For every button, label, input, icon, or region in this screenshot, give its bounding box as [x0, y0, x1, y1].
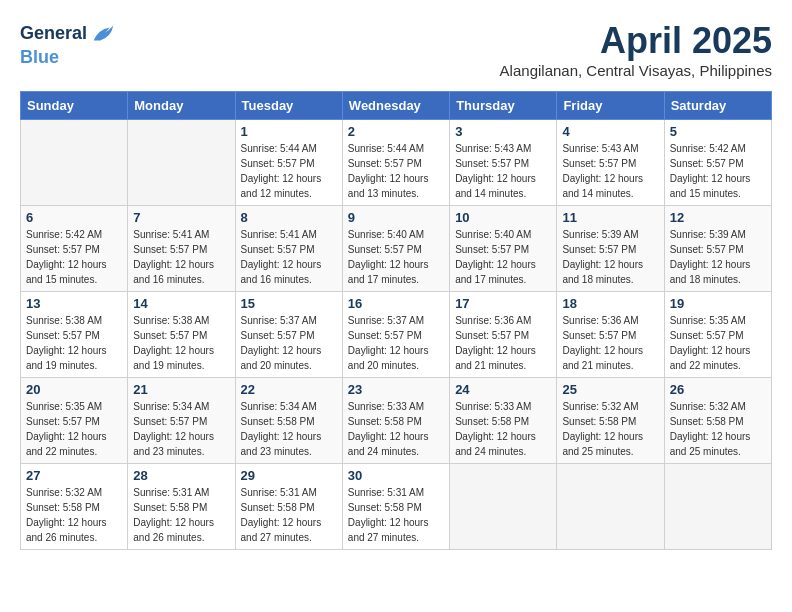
calendar-cell: 12 Sunrise: 5:39 AM Sunset: 5:57 PM Dayl… — [664, 206, 771, 292]
sunset-text: Sunset: 5:58 PM — [562, 416, 636, 427]
calendar-cell: 14 Sunrise: 5:38 AM Sunset: 5:57 PM Dayl… — [128, 292, 235, 378]
sunrise-text: Sunrise: 5:42 AM — [26, 229, 102, 240]
sunset-text: Sunset: 5:58 PM — [241, 416, 315, 427]
sun-info: Sunrise: 5:31 AM Sunset: 5:58 PM Dayligh… — [348, 485, 444, 545]
calendar-cell: 15 Sunrise: 5:37 AM Sunset: 5:57 PM Dayl… — [235, 292, 342, 378]
sun-info: Sunrise: 5:36 AM Sunset: 5:57 PM Dayligh… — [455, 313, 551, 373]
calendar-cell: 4 Sunrise: 5:43 AM Sunset: 5:57 PM Dayli… — [557, 120, 664, 206]
weekday-header-thursday: Thursday — [450, 92, 557, 120]
sun-info: Sunrise: 5:35 AM Sunset: 5:57 PM Dayligh… — [670, 313, 766, 373]
daylight-text: Daylight: 12 hours and 14 minutes. — [455, 173, 536, 199]
calendar-cell: 11 Sunrise: 5:39 AM Sunset: 5:57 PM Dayl… — [557, 206, 664, 292]
daylight-text: Daylight: 12 hours and 19 minutes. — [133, 345, 214, 371]
calendar-cell: 5 Sunrise: 5:42 AM Sunset: 5:57 PM Dayli… — [664, 120, 771, 206]
daylight-text: Daylight: 12 hours and 23 minutes. — [133, 431, 214, 457]
sunrise-text: Sunrise: 5:37 AM — [241, 315, 317, 326]
calendar-cell — [450, 464, 557, 550]
day-number: 26 — [670, 382, 766, 397]
day-number: 23 — [348, 382, 444, 397]
daylight-text: Daylight: 12 hours and 25 minutes. — [562, 431, 643, 457]
daylight-text: Daylight: 12 hours and 25 minutes. — [670, 431, 751, 457]
day-number: 13 — [26, 296, 122, 311]
weekday-header-row: SundayMondayTuesdayWednesdayThursdayFrid… — [21, 92, 772, 120]
calendar-cell: 30 Sunrise: 5:31 AM Sunset: 5:58 PM Dayl… — [342, 464, 449, 550]
sunrise-text: Sunrise: 5:36 AM — [455, 315, 531, 326]
sun-info: Sunrise: 5:35 AM Sunset: 5:57 PM Dayligh… — [26, 399, 122, 459]
daylight-text: Daylight: 12 hours and 24 minutes. — [455, 431, 536, 457]
day-number: 25 — [562, 382, 658, 397]
calendar-cell: 17 Sunrise: 5:36 AM Sunset: 5:57 PM Dayl… — [450, 292, 557, 378]
sunset-text: Sunset: 5:57 PM — [241, 330, 315, 341]
day-number: 1 — [241, 124, 337, 139]
day-number: 29 — [241, 468, 337, 483]
sunrise-text: Sunrise: 5:33 AM — [348, 401, 424, 412]
sunset-text: Sunset: 5:57 PM — [26, 330, 100, 341]
daylight-text: Daylight: 12 hours and 20 minutes. — [348, 345, 429, 371]
sunset-text: Sunset: 5:57 PM — [562, 158, 636, 169]
calendar-cell: 9 Sunrise: 5:40 AM Sunset: 5:57 PM Dayli… — [342, 206, 449, 292]
daylight-text: Daylight: 12 hours and 26 minutes. — [133, 517, 214, 543]
daylight-text: Daylight: 12 hours and 15 minutes. — [26, 259, 107, 285]
sunrise-text: Sunrise: 5:43 AM — [562, 143, 638, 154]
daylight-text: Daylight: 12 hours and 16 minutes. — [241, 259, 322, 285]
calendar-cell: 25 Sunrise: 5:32 AM Sunset: 5:58 PM Dayl… — [557, 378, 664, 464]
sun-info: Sunrise: 5:40 AM Sunset: 5:57 PM Dayligh… — [455, 227, 551, 287]
daylight-text: Daylight: 12 hours and 14 minutes. — [562, 173, 643, 199]
day-number: 6 — [26, 210, 122, 225]
day-number: 15 — [241, 296, 337, 311]
daylight-text: Daylight: 12 hours and 12 minutes. — [241, 173, 322, 199]
calendar-cell: 16 Sunrise: 5:37 AM Sunset: 5:57 PM Dayl… — [342, 292, 449, 378]
calendar-week-row: 20 Sunrise: 5:35 AM Sunset: 5:57 PM Dayl… — [21, 378, 772, 464]
sunrise-text: Sunrise: 5:32 AM — [562, 401, 638, 412]
calendar-table: SundayMondayTuesdayWednesdayThursdayFrid… — [20, 91, 772, 550]
sun-info: Sunrise: 5:34 AM Sunset: 5:57 PM Dayligh… — [133, 399, 229, 459]
daylight-text: Daylight: 12 hours and 13 minutes. — [348, 173, 429, 199]
sunrise-text: Sunrise: 5:44 AM — [241, 143, 317, 154]
calendar-cell: 3 Sunrise: 5:43 AM Sunset: 5:57 PM Dayli… — [450, 120, 557, 206]
sunset-text: Sunset: 5:58 PM — [670, 416, 744, 427]
day-number: 22 — [241, 382, 337, 397]
day-number: 19 — [670, 296, 766, 311]
calendar-cell: 13 Sunrise: 5:38 AM Sunset: 5:57 PM Dayl… — [21, 292, 128, 378]
sunset-text: Sunset: 5:57 PM — [133, 244, 207, 255]
sunrise-text: Sunrise: 5:41 AM — [133, 229, 209, 240]
logo-text: General Blue — [20, 20, 117, 68]
calendar-cell: 7 Sunrise: 5:41 AM Sunset: 5:57 PM Dayli… — [128, 206, 235, 292]
calendar-cell: 27 Sunrise: 5:32 AM Sunset: 5:58 PM Dayl… — [21, 464, 128, 550]
sunrise-text: Sunrise: 5:38 AM — [26, 315, 102, 326]
calendar-cell: 18 Sunrise: 5:36 AM Sunset: 5:57 PM Dayl… — [557, 292, 664, 378]
sunrise-text: Sunrise: 5:43 AM — [455, 143, 531, 154]
sunset-text: Sunset: 5:58 PM — [455, 416, 529, 427]
day-number: 9 — [348, 210, 444, 225]
daylight-text: Daylight: 12 hours and 27 minutes. — [348, 517, 429, 543]
sunset-text: Sunset: 5:57 PM — [348, 158, 422, 169]
calendar-week-row: 13 Sunrise: 5:38 AM Sunset: 5:57 PM Dayl… — [21, 292, 772, 378]
calendar-cell: 22 Sunrise: 5:34 AM Sunset: 5:58 PM Dayl… — [235, 378, 342, 464]
logo: General Blue — [20, 20, 117, 68]
calendar-week-row: 1 Sunrise: 5:44 AM Sunset: 5:57 PM Dayli… — [21, 120, 772, 206]
sunrise-text: Sunrise: 5:35 AM — [26, 401, 102, 412]
header: General Blue April 2025 Alangilanan, Cen… — [20, 20, 772, 79]
day-number: 27 — [26, 468, 122, 483]
sun-info: Sunrise: 5:41 AM Sunset: 5:57 PM Dayligh… — [241, 227, 337, 287]
day-number: 5 — [670, 124, 766, 139]
sunrise-text: Sunrise: 5:31 AM — [241, 487, 317, 498]
sunrise-text: Sunrise: 5:31 AM — [348, 487, 424, 498]
sunrise-text: Sunrise: 5:36 AM — [562, 315, 638, 326]
sunrise-text: Sunrise: 5:39 AM — [562, 229, 638, 240]
sun-info: Sunrise: 5:32 AM Sunset: 5:58 PM Dayligh… — [562, 399, 658, 459]
sun-info: Sunrise: 5:31 AM Sunset: 5:58 PM Dayligh… — [241, 485, 337, 545]
weekday-header-sunday: Sunday — [21, 92, 128, 120]
sunset-text: Sunset: 5:57 PM — [670, 330, 744, 341]
sunrise-text: Sunrise: 5:34 AM — [133, 401, 209, 412]
sunset-text: Sunset: 5:58 PM — [348, 502, 422, 513]
sunrise-text: Sunrise: 5:37 AM — [348, 315, 424, 326]
location-title: Alangilanan, Central Visayas, Philippine… — [500, 62, 772, 79]
daylight-text: Daylight: 12 hours and 26 minutes. — [26, 517, 107, 543]
sunrise-text: Sunrise: 5:42 AM — [670, 143, 746, 154]
sun-info: Sunrise: 5:33 AM Sunset: 5:58 PM Dayligh… — [348, 399, 444, 459]
sunset-text: Sunset: 5:57 PM — [562, 330, 636, 341]
sun-info: Sunrise: 5:43 AM Sunset: 5:57 PM Dayligh… — [455, 141, 551, 201]
sun-info: Sunrise: 5:34 AM Sunset: 5:58 PM Dayligh… — [241, 399, 337, 459]
daylight-text: Daylight: 12 hours and 27 minutes. — [241, 517, 322, 543]
